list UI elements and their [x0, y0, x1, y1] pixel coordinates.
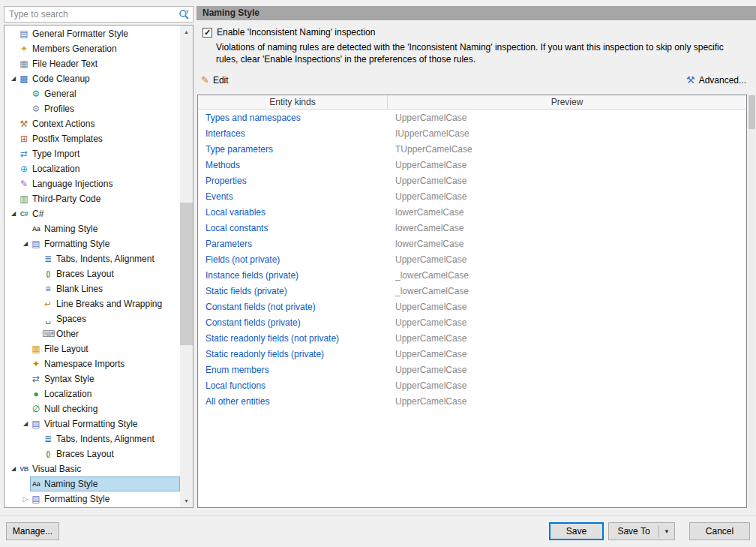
- naming-rule-row-methods[interactable]: MethodsUpperCamelCase: [198, 157, 746, 173]
- save-button[interactable]: Save: [549, 522, 604, 540]
- naming-rule-row-types-and-namespaces[interactable]: Types and namespacesUpperCamelCase: [198, 110, 746, 125]
- entity-kind-link[interactable]: Methods: [198, 160, 388, 170]
- tree-item-code-cleanup[interactable]: ◢▩Code Cleanup: [4, 71, 180, 86]
- tree-expander-icon[interactable]: ◢: [9, 461, 18, 476]
- preview-value: IUpperCamelCase: [388, 128, 746, 139]
- entity-kind-link[interactable]: Local functions: [198, 380, 388, 391]
- naming-rule-row-interfaces[interactable]: InterfacesIUpperCamelCase: [198, 125, 746, 141]
- tree-item-file-layout[interactable]: ▦File Layout: [4, 341, 180, 356]
- entity-kind-link[interactable]: Static readonly fields (private): [198, 349, 388, 359]
- entity-kind-link[interactable]: All other entities: [198, 396, 388, 407]
- naming-rule-row-instance-fields-private[interactable]: Instance fields (private)_lowerCamelCase: [198, 267, 746, 283]
- tree-expander-icon[interactable]: ◢: [21, 236, 30, 251]
- preview-value: UpperCamelCase: [388, 113, 746, 123]
- tree-item-naming-style[interactable]: AaNaming Style: [4, 221, 180, 236]
- naming-rule-row-local-variables[interactable]: Local variableslowerCamelCase: [198, 204, 746, 220]
- edit-button[interactable]: ✎ Edit: [201, 74, 229, 86]
- tree-item-localization[interactable]: ●Localization: [4, 386, 180, 401]
- entity-kind-link[interactable]: Interfaces: [198, 128, 388, 139]
- search-input[interactable]: [4, 7, 175, 22]
- tree-item-braces-layout[interactable]: ()Braces Layout: [4, 446, 180, 461]
- naming-rule-row-parameters[interactable]: ParameterslowerCamelCase: [198, 236, 746, 251]
- tree-expander-icon[interactable]: ▷: [21, 491, 30, 506]
- naming-rule-row-local-functions[interactable]: Local functionsUpperCamelCase: [198, 377, 746, 393]
- tree-item-spaces[interactable]: ␣Spaces: [4, 311, 180, 326]
- tree-item-syntax-style[interactable]: ⇄Syntax Style: [4, 371, 180, 386]
- entity-kind-link[interactable]: Events: [198, 191, 388, 202]
- entity-kind-link[interactable]: Properties: [198, 176, 388, 186]
- tree-item-line-breaks-and-wrapping[interactable]: ↵Line Breaks and Wrapping: [4, 296, 180, 311]
- naming-rule-row-constant-fields-private[interactable]: Constant fields (private)UpperCamelCase: [198, 314, 746, 330]
- entity-kind-link[interactable]: Static readonly fields (not private): [198, 333, 388, 344]
- tree-item-formatting-style[interactable]: ▷▤Formatting Style: [4, 491, 180, 506]
- naming-rule-row-constant-fields-not-private[interactable]: Constant fields (not private)UpperCamelC…: [198, 299, 746, 314]
- naming-style-icon: Aa: [30, 221, 42, 236]
- entity-kind-link[interactable]: Instance fields (private): [198, 270, 388, 281]
- naming-rule-row-static-readonly-fields-not-private[interactable]: Static readonly fields (not private)Uppe…: [198, 330, 746, 346]
- entity-kind-link[interactable]: Static fields (private): [198, 286, 388, 296]
- main-scrollbar[interactable]: [748, 95, 755, 507]
- sidebar-scrollbar[interactable]: ▲ ▼: [180, 26, 193, 507]
- tree-expander-icon[interactable]: ◢: [21, 416, 30, 431]
- tree-item-formatting-style[interactable]: ◢▤Formatting Style: [4, 236, 180, 251]
- naming-rule-row-static-fields-private[interactable]: Static fields (private)_lowerCamelCase: [198, 283, 746, 299]
- entity-kind-link[interactable]: Fields (not private): [198, 254, 388, 265]
- chevron-down-icon[interactable]: ▼: [659, 528, 674, 535]
- tree-item-language-injections[interactable]: ✎Language Injections: [4, 176, 180, 191]
- advanced-button[interactable]: ⚒ Advanced...: [686, 74, 746, 86]
- tree-item-tabs-indents-alignment[interactable]: ≣Tabs, Indents, Alignment: [4, 251, 180, 266]
- tree-item-type-import[interactable]: ⇄Type Import: [4, 146, 180, 161]
- tree-item-general[interactable]: ⚙General: [4, 86, 180, 101]
- tree-expander-icon[interactable]: ◢: [9, 71, 18, 86]
- tree-item-label: General Formatter Style: [32, 29, 128, 39]
- enable-inspection-checkbox[interactable]: ✓: [202, 28, 212, 38]
- tree-item-tabs-indents-alignment[interactable]: ≣Tabs, Indents, Alignment: [4, 431, 180, 446]
- profiles-icon: ⚙: [30, 101, 42, 116]
- naming-rule-row-all-other-entities[interactable]: All other entitiesUpperCamelCase: [198, 393, 746, 409]
- entity-kind-link[interactable]: Parameters: [198, 239, 388, 249]
- enable-inspection-label[interactable]: Enable 'Inconsistent Naming' inspection: [217, 27, 375, 38]
- entity-kind-link[interactable]: Local variables: [198, 207, 388, 218]
- tools-icon: ⚒: [686, 74, 695, 86]
- tree-item-naming-style[interactable]: AaNaming Style: [4, 476, 180, 491]
- naming-rule-row-local-constants[interactable]: Local constantslowerCamelCase: [198, 220, 746, 236]
- tree-item-null-checking[interactable]: ∅Null checking: [4, 401, 180, 416]
- tree-item-visual-basic[interactable]: ◢VBVisual Basic: [4, 461, 180, 476]
- save-to-button[interactable]: Save To ▼: [608, 522, 675, 540]
- entity-kind-link[interactable]: Types and namespaces: [198, 113, 388, 123]
- scrollbar-thumb[interactable]: [180, 203, 193, 345]
- tree-item-members-generation[interactable]: ✦Members Generation: [4, 41, 180, 56]
- naming-rule-row-events[interactable]: EventsUpperCamelCase: [198, 188, 746, 204]
- tree-item-virtual-formatting-style[interactable]: ◢▤Virtual Formatting Style: [4, 416, 180, 431]
- tree-item-namespace-imports[interactable]: ✦Namespace Imports: [4, 356, 180, 371]
- tree-item-postfix-templates[interactable]: ⊞Postfix Templates: [4, 131, 180, 146]
- scroll-down-icon[interactable]: ▼: [180, 494, 193, 507]
- naming-rule-row-enum-members[interactable]: Enum membersUpperCamelCase: [198, 362, 746, 377]
- search-filter-icon[interactable]: [175, 9, 193, 20]
- entity-kind-link[interactable]: Constant fields (not private): [198, 302, 388, 312]
- main-scrollbar-thumb[interactable]: [748, 95, 755, 129]
- manage-button[interactable]: Manage...: [6, 522, 59, 540]
- cancel-button[interactable]: Cancel: [689, 522, 750, 540]
- naming-rule-row-properties[interactable]: PropertiesUpperCamelCase: [198, 173, 746, 188]
- tree-item-localization[interactable]: ⊕Localization: [4, 161, 180, 176]
- tree-item-profiles[interactable]: ⚙Profiles: [4, 101, 180, 116]
- entity-kind-link[interactable]: Enum members: [198, 365, 388, 375]
- tree-item-braces-layout[interactable]: ()Braces Layout: [4, 266, 180, 281]
- naming-rule-row-fields-not-private[interactable]: Fields (not private)UpperCamelCase: [198, 251, 746, 267]
- tree-item-file-header-text[interactable]: ▦File Header Text: [4, 56, 180, 71]
- tree-item-general-formatter-style[interactable]: ▤General Formatter Style: [4, 26, 180, 41]
- table-header: Entity kinds Preview: [198, 95, 746, 110]
- entity-kind-link[interactable]: Type parameters: [198, 144, 388, 155]
- naming-rule-row-type-parameters[interactable]: Type parametersTUpperCamelCase: [198, 141, 746, 157]
- tree-item-third-party-code[interactable]: ▥Third-Party Code: [4, 191, 180, 206]
- tree-item-other[interactable]: ⌨Other: [4, 326, 180, 341]
- tree-item-context-actions[interactable]: ⚒Context Actions: [4, 116, 180, 131]
- scroll-up-icon[interactable]: ▲: [180, 26, 193, 38]
- naming-rule-row-static-readonly-fields-private[interactable]: Static readonly fields (private)UpperCam…: [198, 346, 746, 362]
- entity-kind-link[interactable]: Constant fields (private): [198, 317, 388, 328]
- tree-item-blank-lines[interactable]: ≡Blank Lines: [4, 281, 180, 296]
- tree-expander-icon[interactable]: ◢: [9, 206, 18, 221]
- tree-item-c[interactable]: ◢C#C#: [4, 206, 180, 221]
- entity-kind-link[interactable]: Local constants: [198, 223, 388, 233]
